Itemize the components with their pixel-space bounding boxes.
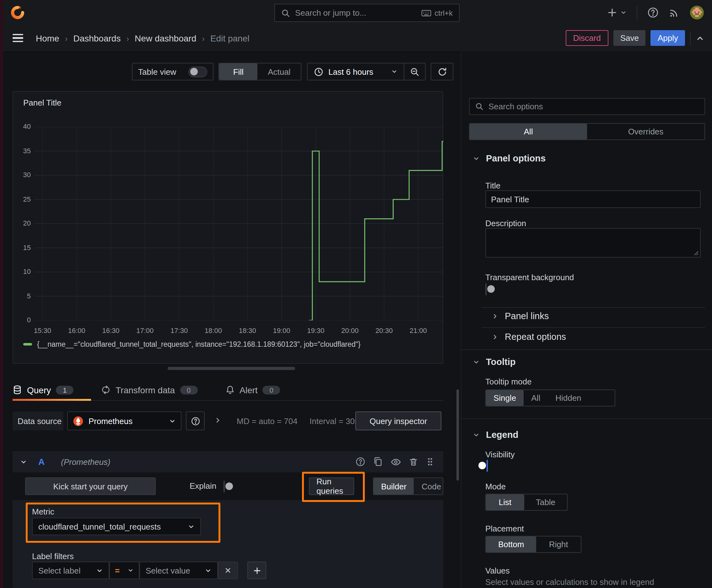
datasource-help-button[interactable] xyxy=(186,412,205,430)
panel-title[interactable]: Panel Title xyxy=(23,98,61,107)
tooltip-mode-all[interactable]: All xyxy=(524,390,548,406)
query-ref-id[interactable]: A xyxy=(38,457,45,467)
discard-button[interactable]: Discard xyxy=(566,30,608,46)
hide-query-icon[interactable] xyxy=(390,456,401,467)
editor-tabs: Query 1 Transform data 0 Alert 0 xyxy=(13,379,443,401)
query-row-header[interactable]: A (Prometheus) xyxy=(13,451,443,472)
options-search-input[interactable]: Search options xyxy=(469,98,705,115)
metric-select[interactable]: cloudflared_tunnel_total_requests xyxy=(32,518,201,535)
tab-all[interactable]: All xyxy=(470,124,587,140)
metric-label: Metric xyxy=(32,507,54,517)
x-axis-tick: 20:00 xyxy=(335,327,365,334)
y-axis-tick: 30 xyxy=(15,171,31,178)
grafana-edit-panel: Search or jump to... ctrl+k xyxy=(0,0,712,588)
operator-dropdown[interactable]: = xyxy=(109,562,139,579)
query-help-icon[interactable] xyxy=(355,457,365,467)
new-menu-button[interactable] xyxy=(607,7,627,18)
operator-value: = xyxy=(115,566,120,575)
global-search-input[interactable]: Search or jump to... ctrl+k xyxy=(274,4,459,22)
breadcrumb-new-dashboard[interactable]: New dashboard xyxy=(135,33,196,43)
metric-value: cloudflared_tunnel_total_requests xyxy=(38,522,161,531)
chevron-down-icon xyxy=(127,567,134,573)
refresh-button[interactable] xyxy=(431,63,453,80)
builder-option[interactable]: Builder xyxy=(373,478,414,495)
remove-filter-button[interactable] xyxy=(218,562,238,579)
time-range-label: Last 6 hours xyxy=(328,67,373,76)
series-legend[interactable]: {__name__="cloudflared_tunnel_total_requ… xyxy=(23,340,360,348)
legend-header[interactable]: Legend xyxy=(473,430,518,440)
zoom-out-icon xyxy=(410,67,419,76)
tab-query[interactable]: Query 1 xyxy=(13,379,73,400)
chevron-right-icon: › xyxy=(202,34,205,43)
chevron-down-icon xyxy=(205,567,212,574)
legend-mode-label: Mode xyxy=(486,482,506,491)
run-queries-button[interactable]: Run queries xyxy=(309,478,354,495)
tab-alert[interactable]: Alert 0 xyxy=(225,379,280,400)
chevron-down-icon xyxy=(391,68,397,75)
panel-links-section[interactable]: Panel links xyxy=(492,311,549,321)
code-option[interactable]: Code xyxy=(414,478,449,495)
collapse-options-button[interactable] xyxy=(696,34,705,42)
clock-icon xyxy=(314,67,323,76)
legend-placement-bottom[interactable]: Bottom xyxy=(486,537,536,552)
panel-title-input[interactable] xyxy=(486,190,701,208)
tab-transform[interactable]: Transform data 0 xyxy=(101,379,197,400)
horizontal-scrollbar[interactable] xyxy=(168,367,295,370)
x-axis-tick: 17:30 xyxy=(164,327,194,334)
chevron-up-icon xyxy=(696,34,705,42)
datasource-picker[interactable]: Prometheus xyxy=(67,412,181,430)
x-axis-tick: 21:00 xyxy=(403,327,433,334)
explain-label: Explain xyxy=(190,481,216,491)
duplicate-query-icon[interactable] xyxy=(373,457,383,467)
interval-stat: Interval = 30s xyxy=(309,412,359,430)
all-overrides-segmented: All Overrides xyxy=(469,123,705,140)
legend-placement-right[interactable]: Right xyxy=(536,537,581,552)
repeat-options-section[interactable]: Repeat options xyxy=(492,332,566,342)
time-range-group: Last 6 hours xyxy=(307,63,426,80)
expand-stats-chevron[interactable] xyxy=(214,417,222,424)
description-textarea[interactable] xyxy=(486,228,701,257)
help-button[interactable] xyxy=(647,7,659,18)
apply-button[interactable]: Apply xyxy=(651,30,685,46)
nav-divider xyxy=(637,6,637,19)
tooltip-header[interactable]: Tooltip xyxy=(473,357,516,367)
select-label-dropdown[interactable]: Select label xyxy=(32,562,109,579)
add-filter-button[interactable] xyxy=(247,562,266,579)
tooltip-mode-single[interactable]: Single xyxy=(486,390,524,406)
drag-handle-icon[interactable] xyxy=(426,457,434,467)
zoom-out-button[interactable] xyxy=(404,67,425,76)
resize-handle-icon[interactable] xyxy=(693,249,699,256)
actual-option[interactable]: Actual xyxy=(258,63,301,80)
kick-start-query-button[interactable]: Kick start your query xyxy=(25,478,156,495)
delete-query-icon[interactable] xyxy=(409,457,418,466)
rss-icon xyxy=(669,7,679,18)
breadcrumb-home[interactable]: Home xyxy=(36,33,59,43)
time-range-picker[interactable]: Last 6 hours xyxy=(308,67,404,76)
grafana-logo[interactable] xyxy=(9,4,26,21)
fill-option[interactable]: Fill xyxy=(219,63,258,80)
transparent-bg-toggle[interactable] xyxy=(486,283,487,295)
collapse-query-chevron[interactable] xyxy=(20,458,27,465)
legend-visibility-toggle[interactable] xyxy=(487,460,488,472)
main-vertical-scrollbar[interactable] xyxy=(456,390,459,481)
actions-divider xyxy=(690,31,691,45)
tab-overrides[interactable]: Overrides xyxy=(587,124,705,140)
select-value-dropdown[interactable]: Select value xyxy=(139,562,218,579)
tooltip-mode-hidden[interactable]: Hidden xyxy=(548,390,589,406)
plot-area[interactable] xyxy=(35,127,443,320)
panel-options-header[interactable]: Panel options xyxy=(473,153,546,163)
query-inspector-button[interactable]: Query inspector xyxy=(355,412,441,430)
legend-mode-table[interactable]: Table xyxy=(524,495,567,510)
breadcrumb-dashboards[interactable]: Dashboards xyxy=(73,33,121,43)
legend-visibility-label: Visibility xyxy=(486,450,515,459)
repeat-options-label: Repeat options xyxy=(505,332,566,342)
save-button[interactable]: Save xyxy=(613,30,646,46)
table-view-toggle[interactable] xyxy=(188,66,207,77)
explain-toggle[interactable] xyxy=(223,481,225,492)
menu-toggle-button[interactable] xyxy=(13,34,23,42)
legend-mode-list[interactable]: List xyxy=(486,495,524,510)
news-button[interactable] xyxy=(669,7,679,18)
avatar[interactable] xyxy=(689,5,705,20)
legend-label[interactable]: {__name__="cloudflared_tunnel_total_requ… xyxy=(37,340,360,348)
chevron-right-icon xyxy=(492,333,498,340)
